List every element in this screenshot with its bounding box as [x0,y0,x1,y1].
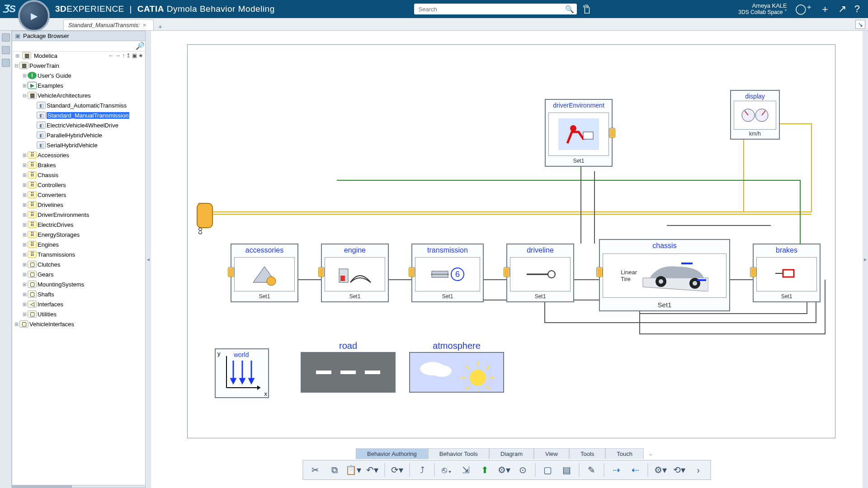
tree-h-scrollbar[interactable] [12,485,145,488]
nav-fwd-icon[interactable]: → [115,52,121,59]
close-tab-icon[interactable]: × [143,22,146,28]
block-world[interactable]: y x world [215,347,269,398]
cfg-button[interactable]: ⚙▾ [652,462,669,478]
update-button[interactable]: ⟳▾ [389,462,406,478]
refresh2-button[interactable]: ⟲▾ [671,462,688,478]
node-parallel-hybrid[interactable]: ParallelHybridVehicle [47,132,102,139]
block-engine[interactable]: engine Set1 [321,244,389,302]
node-electric-drives[interactable]: ElectricDrives [38,221,73,228]
diagram-canvas-area[interactable]: controlBus driverEnvironment Set1 [151,31,863,488]
node-drivelines[interactable]: Drivelines [38,202,63,208]
node-brakes[interactable]: Brakes [38,162,56,169]
block-driver-environment[interactable]: driverEnvironment Set1 [545,99,613,167]
block-road[interactable]: road [301,341,396,393]
rail-btn-1[interactable] [2,33,10,42]
search-input[interactable] [414,4,577,14]
nav-star-icon[interactable]: ★ [138,52,143,59]
nav-back-icon[interactable]: ← [108,52,114,59]
node-mounting-systems[interactable]: MountingSystems [38,281,84,288]
nav-ext1-icon[interactable]: ↥ [126,52,131,59]
sketch-button[interactable]: ✎ [583,462,600,478]
simulate-button[interactable]: ⬆ [476,462,494,478]
tab-overflow-icon[interactable]: ⌄ [644,448,658,459]
paste-button[interactable]: 📋▾ [345,462,362,478]
package-browser-title[interactable]: Package Browser [12,31,145,41]
tag-icon[interactable]: 🏷 [580,4,592,14]
diagram-canvas[interactable]: controlBus driverEnvironment Set1 [187,44,835,438]
package-filter-input[interactable] [12,41,135,51]
nav-ext2-icon[interactable]: ▣ [132,52,137,59]
package-search-icon[interactable]: 🔎 [135,41,145,51]
tab-behavior-authoring[interactable]: Behavior Authoring [356,448,428,459]
node-users-guide[interactable]: User's Guide [38,72,71,79]
node-engines[interactable]: Engines [38,241,59,248]
rail-btn-3[interactable] [2,59,10,67]
help-icon[interactable]: ? [854,3,860,15]
tab-behavior-tools[interactable]: Behavior Tools [428,448,489,459]
share-icon[interactable]: ↗ [838,3,846,15]
collapse-panels-button[interactable]: ↘ [855,20,865,29]
package-tree[interactable]: ⊟▦PowerTrain ⊞iUser's Guide ⊞▶Examples ⊟… [12,60,145,485]
tab-tools[interactable]: Tools [569,448,605,459]
tab-touch[interactable]: Touch [605,448,644,459]
port-icon[interactable] [609,128,615,138]
expand-icon[interactable]: ⊞ [14,53,20,59]
right-splitter[interactable]: ▸ [863,31,868,488]
node-manual-trans[interactable]: Standard_ManualTransmission [47,112,129,119]
global-search[interactable]: 🔍 [414,4,577,14]
tab-diagram[interactable]: Diagram [489,448,534,459]
node-vehicle-interfaces[interactable]: VehicleInterfaces [29,321,74,328]
node-controllers[interactable]: Controllers [38,182,66,188]
next-button[interactable]: › [690,462,707,478]
node-driver-envs[interactable]: DriverEnvironments [38,211,89,218]
node-clutches[interactable]: Clutches [38,261,61,268]
node-serial-hybrid[interactable]: SerialHybridVehicle [47,142,98,149]
nav-up-icon[interactable]: ↑ [122,52,125,59]
node-accessories[interactable]: Accessories [38,152,69,159]
block-atmosphere[interactable]: atmosphere [409,341,504,393]
block-display[interactable]: display km/h [730,90,780,140]
tree-root-modelica[interactable]: Modelica [34,52,57,59]
node-transmissions[interactable]: Transmissions [38,251,75,258]
pane-1-button[interactable]: ▢ [539,462,557,478]
user-info[interactable]: Ameya KALE 3DS Collab Space ˅ [738,2,787,16]
left-splitter[interactable]: ◂ [146,31,151,488]
add-icon[interactable]: ＋ [820,2,830,16]
translate-button[interactable]: ⇲ [458,462,475,478]
block-driveline[interactable]: driveline Set1 [506,244,574,302]
compass-icon[interactable] [18,0,50,32]
undo-button[interactable]: ↶▾ [364,462,381,478]
node-vehicle-architectures[interactable]: VehicleArchitectures [38,92,91,99]
pane-2-button[interactable]: ▤ [558,462,576,478]
node-auto-trans[interactable]: Standard_AutomaticTransmiss [47,102,127,109]
add-tab-button[interactable]: + [156,23,165,30]
sim-setup-button[interactable]: ⚙▾ [495,462,513,478]
play-button[interactable]: ⊙ [514,462,532,478]
block-chassis[interactable]: chassis Linear Tire Set1 [599,239,730,311]
collab-space[interactable]: 3DS Collab Space ˅ [738,9,787,16]
node-examples[interactable]: Examples [38,82,63,89]
flow-b-button[interactable]: ⇠ [627,462,644,478]
flow-a-button[interactable]: ⇢ [608,462,625,478]
node-interfaces[interactable]: Interfaces [38,301,63,308]
node-utilities[interactable]: Utilities [38,311,57,318]
control-bus-connector[interactable] [197,203,213,228]
rail-btn-2[interactable] [2,46,10,54]
export-button[interactable]: ⤴ [414,462,431,478]
node-converters[interactable]: Converters [38,192,66,198]
node-shafts[interactable]: Shafts [38,291,54,298]
node-powertrain[interactable]: PowerTrain [29,62,59,69]
profile-icon[interactable]: ◯⁺ [795,3,812,15]
tab-view[interactable]: View [534,448,569,459]
node-energy-storages[interactable]: EnergyStorages [38,231,80,238]
node-gears[interactable]: Gears [38,271,53,278]
node-chassis[interactable]: Chassis [38,172,58,178]
tab-standard-manual[interactable]: Standard_ManualTransmis: × [63,19,154,30]
block-accessories[interactable]: accessories Set1 [231,244,298,302]
block-transmission[interactable]: transmission 6 Set1 [411,244,484,302]
search-icon[interactable]: 🔍 [565,5,574,14]
cut-button[interactable]: ✂ [307,462,324,478]
check-button[interactable]: ⎋▾ [439,462,456,478]
node-ev-4wd[interactable]: ElectricVehicle4WheelDrive [47,122,118,129]
block-brakes[interactable]: brakes Set1 [753,244,821,302]
